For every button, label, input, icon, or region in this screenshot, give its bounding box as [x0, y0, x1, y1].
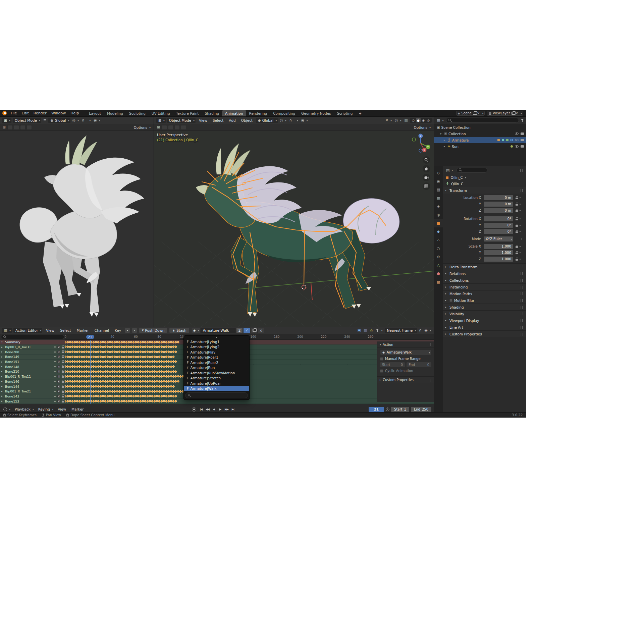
properties-tab[interactable]: ▦ [434, 194, 443, 202]
custom-properties-section[interactable]: ▸ Custom Properties [377, 376, 434, 383]
animate-dot[interactable] [520, 218, 521, 219]
close-icon[interactable]: × [477, 111, 480, 115]
options-dropdown[interactable]: Options [133, 125, 152, 129]
animate-dot[interactable] [520, 246, 521, 247]
channel-row[interactable]: Bone208 ≡ [0, 350, 65, 355]
select-menu[interactable]: Select [211, 118, 225, 122]
active-tool-icon[interactable]: ⊞ [156, 125, 161, 129]
outliner-display-mode[interactable]: ▦ [436, 118, 444, 122]
workspace-tab[interactable]: Texture Paint [173, 110, 202, 116]
action-users-button[interactable]: 2 [236, 328, 243, 333]
properties-tab[interactable]: ⊖ [434, 253, 443, 261]
properties-search-input[interactable] [457, 168, 487, 173]
preview-range-icon[interactable] [386, 408, 389, 411]
lock-icon[interactable] [62, 396, 64, 397]
lock-icon[interactable] [516, 253, 518, 254]
editor-type-button[interactable] [3, 408, 11, 411]
workspace-tab[interactable]: UV Editing [149, 110, 173, 116]
properties-section[interactable]: ▸ Custom Properties [443, 330, 526, 337]
editor-type-button[interactable]: ▥ [2, 328, 12, 333]
dope-mode-select[interactable]: Action Editor [13, 328, 42, 333]
action-list-item[interactable]: F Armature|Run [184, 365, 249, 371]
browse-action-button[interactable]: ◈ [191, 328, 201, 333]
lock-icon[interactable] [516, 246, 518, 248]
workspace-tab[interactable]: Sculpting [126, 110, 149, 116]
filter-icon[interactable] [521, 119, 524, 122]
select-menu[interactable]: Select [58, 328, 73, 332]
properties-tab[interactable]: ∴ [434, 236, 443, 244]
keyframe-diamond[interactable] [174, 370, 177, 373]
start-frame-field[interactable]: Start0 [380, 362, 405, 367]
auto-keying-toggle[interactable] [192, 407, 196, 412]
section-checkbox[interactable] [449, 299, 452, 302]
layer-next-button[interactable]: ▾ [132, 328, 137, 333]
action-list-item[interactable]: F Armature|Stretch [184, 376, 249, 381]
animate-dot[interactable] [520, 259, 521, 260]
rendered-shading-button[interactable]: ◎ [426, 118, 431, 122]
expand-icon[interactable] [1, 385, 4, 388]
chevron-right-icon[interactable]: ▸ [443, 145, 446, 148]
expand-icon[interactable] [1, 375, 4, 378]
eye-icon[interactable] [515, 132, 519, 135]
channel-row[interactable]: Bone210 ≡ [0, 369, 65, 374]
workspace-tab[interactable]: Scripting [334, 110, 356, 116]
expand-icon[interactable] [1, 346, 4, 348]
expand-icon[interactable] [1, 380, 4, 383]
channel-enable-checkbox[interactable] [57, 395, 60, 398]
rotation-mode-select[interactable]: XYZ Euler [484, 236, 513, 241]
mode-select[interactable]: Object Mode [13, 118, 41, 123]
animate-dot[interactable] [520, 210, 521, 211]
properties-section[interactable]: ▸ Shading [443, 304, 526, 310]
expand-icon[interactable] [1, 351, 4, 353]
manual-frame-range-checkbox[interactable] [380, 357, 383, 361]
keyframe-diamond[interactable] [172, 355, 175, 358]
keyframe-diamond[interactable] [172, 385, 175, 388]
keyframe-diamond[interactable] [172, 365, 175, 368]
pivot-select[interactable]: ◎ [72, 118, 80, 122]
channel-enable-checkbox[interactable] [57, 345, 60, 348]
action-list-item[interactable]: F Armature|Lying1 [184, 339, 249, 344]
channel-enable-checkbox[interactable] [57, 370, 60, 373]
workspace-tab[interactable]: Animation [222, 110, 246, 116]
lock-icon[interactable] [62, 391, 64, 393]
modifier-icon[interactable]: ≡ [54, 370, 56, 373]
new-view-layer-icon[interactable] [512, 112, 514, 115]
view-menu[interactable]: View [56, 407, 68, 411]
modifier-icon[interactable]: ≡ [54, 390, 56, 393]
proportional-editing-dropdown[interactable]: ◉ [424, 328, 432, 332]
lock-icon[interactable] [62, 357, 64, 358]
properties-tab[interactable]: ● [434, 269, 443, 278]
modifier-icon[interactable]: ≡ [54, 380, 56, 383]
channel-row[interactable]: Bone149 ≡ [0, 355, 65, 360]
editor-type-button[interactable]: ▤ [445, 168, 454, 172]
material-shading-button[interactable]: ◉ [421, 118, 426, 122]
value-field[interactable]: 0° [484, 223, 513, 228]
properties-tab[interactable]: ◉ [434, 177, 443, 185]
modifier-icon[interactable]: ≡ [54, 345, 56, 348]
properties-tab[interactable]: ○ [434, 244, 443, 253]
properties-section[interactable]: ▸ Relations [443, 270, 526, 277]
lock-icon[interactable] [62, 347, 64, 348]
channel-row[interactable]: Summary ≡ [0, 340, 65, 345]
camera-icon[interactable] [521, 132, 524, 135]
active-tool-icon[interactable]: ⊞ [2, 125, 6, 129]
value-field[interactable]: 0 m [484, 195, 513, 200]
properties-tab[interactable]: ◇ [434, 169, 443, 177]
properties-tab[interactable]: ▤ [434, 185, 443, 194]
properties-section[interactable]: ▸ Motion Blur [443, 297, 526, 304]
action-list-item[interactable]: F Armature|Roar2 [184, 360, 249, 365]
animate-dot[interactable] [520, 231, 521, 232]
delta-transform-section[interactable]: ▸ Delta Transform [443, 263, 526, 270]
tool-option-button[interactable] [162, 125, 167, 130]
modifier-icon[interactable]: ≡ [54, 355, 56, 358]
value-field[interactable]: 0° [484, 216, 513, 221]
properties-section[interactable]: ▸ Line Art [443, 324, 526, 330]
expand-icon[interactable] [1, 361, 4, 363]
ghost-toggle[interactable]: ▥ [363, 328, 368, 332]
tool-option-button[interactable] [174, 125, 180, 130]
value-field[interactable]: 0 m [484, 202, 513, 207]
fake-user-shield-toggle[interactable]: ✓ [243, 328, 250, 333]
lock-icon[interactable] [516, 259, 518, 261]
channel-row[interactable]: Bone148 ≡ [0, 364, 65, 369]
tool-option-button[interactable] [14, 125, 19, 130]
